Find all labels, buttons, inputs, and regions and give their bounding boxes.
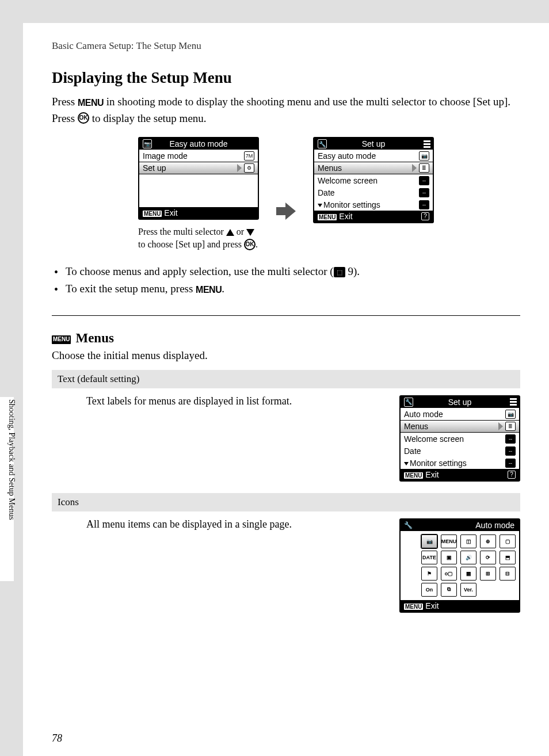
setup-icon: ⚙ (244, 163, 254, 173)
menu-icon-cell: ▢ (500, 534, 516, 548)
menu-icon-cell: ⚑ (421, 567, 437, 581)
down-arrow-icon (246, 229, 254, 236)
lcd-caption: Press the multi selector or to choose [S… (138, 226, 259, 251)
camera-icon: 📷 (143, 139, 152, 148)
lcd-setup-text-mode: 🔧 Set up Auto mode📷 Menus≣ Welcome scree… (399, 395, 520, 482)
menu-icon-cell: o▢ (441, 567, 457, 581)
wrench-icon: 🔧 (318, 139, 327, 148)
menus-heading: MENU Menus (52, 331, 520, 346)
more-below-icon (318, 204, 322, 207)
wrench-icon: 🔧 (404, 398, 413, 407)
more-below-icon (404, 462, 409, 465)
lcd-shooting-menu: 📷 Easy auto mode Image mode 7M Set up ⚙ … (138, 137, 259, 220)
help-icon: ? (421, 212, 429, 220)
menu-icon-cell: Ver. (460, 583, 476, 597)
menu-icon-cell: ⊞ (480, 567, 496, 581)
breadcrumb: Basic Camera Setup: The Setup Menu (52, 40, 520, 52)
camera-icon: 📷 (505, 410, 516, 419)
intro-paragraph: Press MENU in shooting mode to display t… (52, 94, 520, 127)
menu-icon-cell: ⟳ (480, 551, 496, 564)
side-tab: Shooting, Playback and Setup Menus (0, 397, 23, 604)
menu-icon-cell: 📷 (421, 534, 437, 548)
menu-icon-cell: ⊟ (500, 567, 516, 581)
menu-icon-cell: ▦ (460, 567, 476, 581)
help-icon: ? (508, 471, 516, 479)
option-header-text: Text (default setting) (52, 370, 520, 388)
arrow-right-icon (276, 203, 296, 220)
svg-marker-0 (276, 203, 296, 220)
menu-label-box: MENU (143, 211, 162, 217)
up-arrow-icon (226, 229, 234, 236)
menu-button-label: MENU (196, 282, 222, 297)
menu-icon-cell: ⬒ (500, 551, 516, 564)
page-number: 78 (52, 732, 62, 744)
list-icon: ≣ (419, 163, 429, 173)
option-body-icons: All menu items can be displayed in a sin… (52, 511, 520, 624)
option-body-text: Text labels for menus are displayed in l… (52, 388, 520, 493)
ok-button-icon: OK (78, 112, 89, 124)
menu-icon: MENU (52, 335, 71, 344)
menu-icon-cell (480, 583, 496, 597)
ok-button-icon: OK (244, 239, 256, 250)
wrench-icon: 🔧 (404, 521, 412, 529)
scroll-indicator-icon (510, 398, 517, 406)
option-header-icons: Icons (52, 493, 520, 511)
menu-icon-cell: ◫ (460, 534, 476, 548)
divider (52, 315, 520, 316)
screens-row: 📷 Easy auto mode Image mode 7M Set up ⚙ … (52, 137, 520, 251)
menu-icon-cell: ⧉ (441, 583, 457, 597)
bullet-list: To choose menus and apply selection, use… (52, 263, 520, 298)
menus-description: Choose the initial menus displayed. (52, 349, 520, 362)
manual-page: Basic Camera Setup: The Setup Menu Displ… (23, 23, 549, 756)
scroll-indicator-icon (424, 140, 430, 148)
menu-button-label: MENU (78, 96, 104, 110)
menu-icon-cell: ▣ (441, 551, 457, 564)
menu-icon-cell: ⊕ (480, 534, 496, 548)
menu-icon-cell: On (421, 583, 437, 597)
camera-icon: 📷 (419, 151, 429, 161)
lcd-setup-icon-mode: 🔧 Auto mode 📷MENU◫⊕▢DATE▣🔊⟳⬒⚑o▢▦⊞⊟On⧉Ver… (399, 518, 520, 613)
menu-icon-cell: MENU (441, 534, 457, 548)
menu-icon-cell (500, 583, 516, 597)
list-icon: ≣ (505, 422, 516, 431)
lcd-setup-menu: 🔧 Set up Easy auto mode📷 Menus≣ Welcome … (313, 137, 434, 223)
bullet-item: To exit the setup menu, press MENU. (52, 280, 520, 297)
image-mode-icon: 7M (244, 151, 254, 161)
menu-icon-cell: DATE (421, 551, 437, 564)
page-title: Displaying the Setup Menu (52, 69, 520, 87)
menu-icon-cell: 🔊 (460, 551, 476, 564)
icon-grid: 📷MENU◫⊕▢DATE▣🔊⟳⬒⚑o▢▦⊞⊟On⧉Ver. (401, 531, 519, 600)
bullet-item: To choose menus and apply selection, use… (52, 263, 520, 280)
page-ref-icon: ⬚ (334, 267, 345, 277)
side-tab-label: Shooting, Playback and Setup Menus (5, 399, 16, 578)
